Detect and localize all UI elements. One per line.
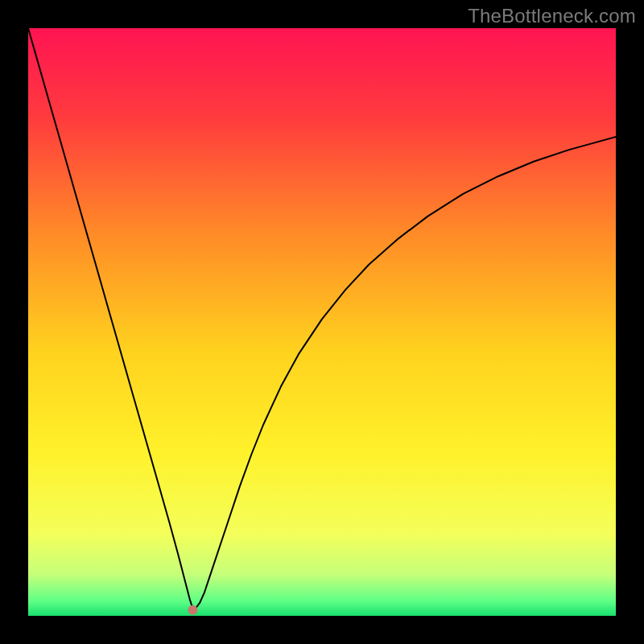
bottleneck-chart bbox=[28, 28, 616, 616]
watermark-text: TheBottleneck.com bbox=[468, 5, 636, 27]
gradient-background bbox=[28, 28, 616, 616]
chart-frame bbox=[28, 28, 616, 616]
optimal-point-marker bbox=[188, 605, 197, 615]
